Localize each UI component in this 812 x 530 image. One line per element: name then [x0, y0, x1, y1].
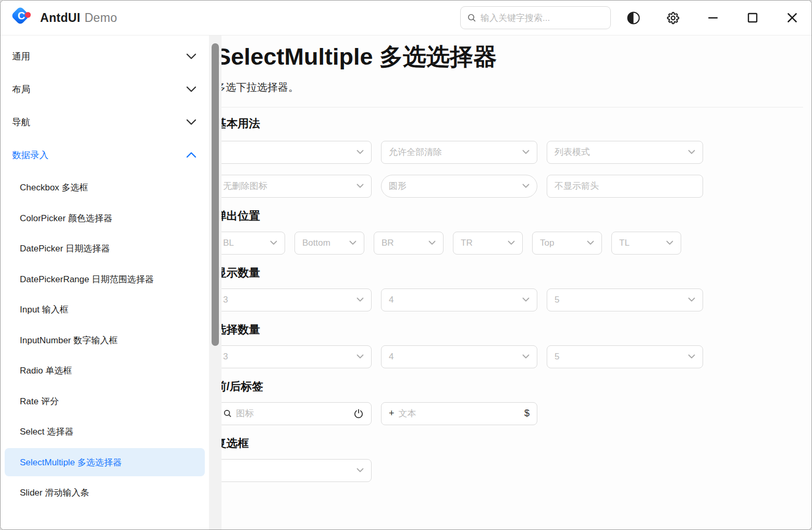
select-checkbox-mode[interactable] — [215, 459, 372, 482]
sidebar: 通用 布局 导航 数据录入 Checkbox 多选框 ColorPicker 颜… — [1, 35, 209, 530]
gear-icon[interactable] — [666, 11, 680, 25]
sidebar-item-slider[interactable]: Slider 滑动输入条 — [5, 479, 205, 507]
chevron-down-icon — [522, 297, 530, 302]
sidebar-item-datepickerrange[interactable]: DatePickerRange 日期范围选择器 — [5, 265, 205, 293]
select-display-5[interactable]: 5 — [547, 288, 703, 311]
app-title: AntdUIDemo — [40, 11, 117, 25]
sidebar-scrollbar[interactable] — [209, 35, 222, 530]
chevron-down-icon — [587, 240, 594, 245]
scrollbar-thumb[interactable] — [212, 43, 219, 346]
suffix-label: $ — [524, 408, 530, 419]
chevron-down-icon — [270, 240, 277, 245]
chevron-down-icon — [688, 297, 695, 302]
chevron-down-icon — [186, 86, 196, 92]
section-title-popup: 弹出位置 — [215, 209, 803, 224]
chevron-down-icon — [356, 297, 364, 302]
select-placeholder: 图标 — [236, 407, 349, 419]
select-popup-tr[interactable]: TR — [453, 232, 523, 255]
select-no-delete-icon[interactable]: 无删除图标 — [215, 175, 372, 198]
sidebar-item-colorpicker[interactable]: ColorPicker 颜色选择器 — [5, 204, 205, 232]
select-placeholder: 不显示箭头 — [555, 180, 695, 192]
chevron-down-icon — [522, 184, 530, 188]
chevron-down-icon — [522, 150, 530, 154]
sidebar-item-input[interactable]: Input 输入框 — [5, 296, 205, 324]
chevron-down-icon — [356, 354, 364, 359]
section-title-affix: 前/后标签 — [215, 379, 803, 394]
chevron-down-icon — [688, 150, 695, 154]
chevron-down-icon — [356, 150, 364, 154]
chevron-down-icon — [666, 240, 673, 245]
select-basic[interactable] — [215, 141, 372, 164]
close-icon[interactable] — [785, 11, 799, 25]
chevron-up-icon — [186, 152, 196, 158]
section-title-basic: 基本用法 — [215, 116, 803, 131]
select-placeholder: 无删除图标 — [223, 180, 352, 192]
chevron-down-icon — [356, 468, 364, 473]
chevron-down-icon — [186, 53, 196, 59]
chevron-down-icon — [688, 354, 695, 359]
chevron-down-icon — [186, 119, 196, 125]
select-no-arrow[interactable]: 不显示箭头 — [547, 175, 703, 198]
select-text-affix[interactable]: + 文本 $ — [381, 402, 537, 425]
select-popup-bottom[interactable]: Bottom — [294, 232, 364, 255]
app-window: C AntdUIDemo 输入关键字搜索... — [0, 0, 812, 530]
divider — [215, 107, 803, 107]
sidebar-item-select[interactable]: Select 选择器 — [5, 418, 205, 446]
section-title-checkbox: 复选框 — [215, 436, 803, 451]
sidebar-item-radio[interactable]: Radio 单选框 — [5, 357, 205, 385]
sidebar-item-rate[interactable]: Rate 评分 — [5, 387, 205, 415]
select-display-4[interactable]: 4 — [381, 288, 537, 311]
search-input[interactable]: 输入关键字搜索... — [460, 6, 611, 29]
maximize-icon[interactable] — [745, 11, 759, 25]
select-list-mode[interactable]: 列表模式 — [547, 141, 703, 164]
select-clear-all[interactable]: 允许全部清除 — [381, 141, 537, 164]
section-title-select-count: 选择数量 — [215, 322, 803, 338]
sidebar-group-general[interactable]: 通用 — [1, 40, 209, 73]
select-count-5[interactable]: 5 — [547, 345, 703, 368]
page-subtitle: 多选下拉选择器。 — [215, 80, 803, 94]
sidebar-group-navigation[interactable]: 导航 — [1, 105, 209, 138]
minimize-icon[interactable] — [706, 11, 720, 25]
prefix-label: + — [389, 408, 395, 419]
app-name: AntdUI — [40, 11, 80, 25]
chevron-down-icon — [522, 354, 530, 359]
section-title-display-count: 显示数量 — [215, 266, 803, 281]
titlebar: C AntdUIDemo 输入关键字搜索... — [1, 1, 811, 35]
chevron-down-icon — [428, 240, 436, 245]
select-placeholder: 文本 — [399, 407, 520, 419]
select-placeholder: 列表模式 — [555, 146, 684, 158]
search-icon — [223, 409, 232, 418]
main-content: SelectMultiple 多选选择器 多选下拉选择器。 基本用法 允许全部清… — [209, 35, 811, 530]
select-display-3[interactable]: 3 — [215, 288, 372, 311]
select-popup-tl[interactable]: TL — [611, 232, 681, 255]
select-popup-top[interactable]: Top — [532, 232, 602, 255]
titlebar-buttons — [626, 11, 800, 25]
select-round[interactable]: 圆形 — [381, 175, 537, 198]
sidebar-item-checkbox[interactable]: Checkbox 多选框 — [5, 174, 205, 202]
sidebar-item-inputnumber[interactable]: InputNumber 数字输入框 — [5, 326, 205, 354]
app-logo-icon: C — [12, 7, 33, 28]
chevron-down-icon — [508, 240, 515, 245]
select-popup-br[interactable]: BR — [374, 232, 444, 255]
search-icon — [467, 13, 476, 22]
select-count-3[interactable]: 3 — [215, 345, 372, 368]
select-count-4[interactable]: 4 — [381, 345, 537, 368]
select-icon-affix[interactable]: 图标 — [215, 402, 372, 425]
sidebar-item-selectmultiple[interactable]: SelectMultiple 多选选择器 — [5, 448, 205, 476]
chevron-down-icon — [356, 184, 364, 188]
power-icon — [353, 408, 364, 419]
app-name-suffix: Demo — [84, 11, 117, 25]
sidebar-group-data-entry[interactable]: 数据录入 — [1, 138, 209, 171]
page-title: SelectMultiple 多选选择器 — [215, 42, 803, 73]
search-placeholder: 输入关键字搜索... — [481, 12, 550, 24]
select-placeholder: 允许全部清除 — [389, 146, 518, 158]
logo-dot — [25, 12, 31, 18]
theme-contrast-icon[interactable] — [626, 11, 641, 25]
select-popup-bl[interactable]: BL — [215, 232, 285, 255]
sidebar-item-datepicker[interactable]: DatePicker 日期选择器 — [5, 235, 205, 263]
select-placeholder: 圆形 — [389, 180, 518, 192]
sidebar-group-layout[interactable]: 布局 — [1, 73, 209, 105]
chevron-down-icon — [349, 240, 356, 245]
